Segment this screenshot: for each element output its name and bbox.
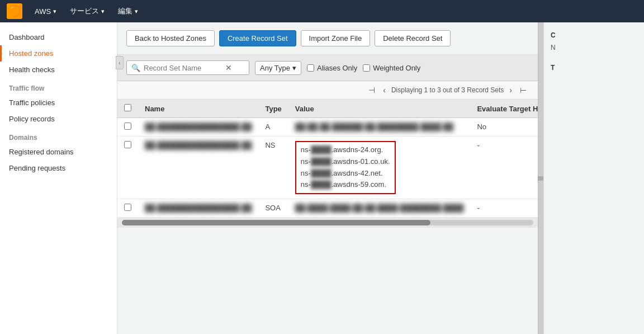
right-panel: C N T [543, 22, 644, 334]
row-value-cell: ██.██.██.██████.██.████████.████.██ [288, 118, 471, 137]
row-name-cell: ██.████████████████.██ [138, 199, 258, 218]
row-checkbox[interactable] [124, 204, 131, 211]
type-select[interactable]: Any Type ▾ [255, 61, 301, 75]
sidebar-item-dashboard[interactable]: Dashboard [0, 29, 117, 45]
row-checkbox-cell [117, 199, 138, 218]
aliases-only-checkbox[interactable]: Aliases Only [307, 64, 357, 72]
ns-value-2: ns-████.awsdns-01.co.uk. [301, 156, 390, 168]
col-header-evaluate-health: Evaluate Target Health [470, 100, 538, 118]
select-all-checkbox[interactable] [124, 104, 131, 111]
chevron-down-icon: ▾ [292, 64, 296, 72]
pagination-bar: ⊣ ‹ Displaying 1 to 3 out of 3 Record Se… [117, 81, 538, 100]
sidebar-item-traffic-policies[interactable]: Traffic policies [0, 95, 117, 111]
sidebar-item-hosted-zones[interactable]: Hosted zones [0, 45, 117, 62]
sidebar-item-health-checks[interactable]: Health checks [0, 62, 117, 78]
nav-services[interactable]: サービス ▾ [64, 4, 110, 18]
row-checkbox-cell [117, 137, 138, 199]
row-ns-value-cell: ns-████.awsdns-24.org. ns-████.awsdns-01… [288, 137, 471, 199]
chevron-down-icon: ▾ [53, 8, 56, 15]
row-value: ██.████.████.██.██.████.████████.████ [295, 204, 464, 212]
row-evaluate-health-cell: - [470, 137, 538, 199]
row-type-cell: SOA [258, 199, 288, 218]
row-checkbox-cell [117, 118, 138, 137]
content-area: Back to Hosted Zones Create Record Set I… [117, 22, 538, 334]
sidebar-collapse-button[interactable]: ‹ [116, 56, 124, 69]
row-name-value: ██.████████████████.██ [145, 204, 252, 212]
col-header-value: Value [288, 100, 471, 118]
delete-record-set-button[interactable]: Delete Record Set [375, 30, 451, 46]
create-record-set-button[interactable]: Create Record Set [219, 30, 296, 46]
right-panel-container: ||| C N T [538, 22, 644, 334]
prev-page-button[interactable]: ‹ [381, 84, 388, 96]
sidebar-item-policy-records[interactable]: Policy records [0, 111, 117, 127]
search-input[interactable] [144, 64, 222, 72]
search-icon: 🔍 [131, 64, 140, 72]
row-checkbox[interactable] [124, 123, 131, 130]
record-table: Name Type Value Evaluate Target Health H… [117, 100, 538, 218]
table-row: ██.████████████████.██ SOA ██.████.████.… [117, 199, 538, 218]
row-value: ██.██.██.██████.██.████████.████.██ [295, 123, 453, 131]
right-panel-section-1: C N [551, 31, 637, 53]
weighted-only-input[interactable] [363, 64, 370, 72]
col-header-name: Name [138, 100, 258, 118]
ns-value-1: ns-████.awsdns-24.org. [301, 144, 390, 156]
sidebar-item-registered-domains[interactable]: Registered domains [0, 144, 117, 160]
ns-value-3: ns-████.awsdns-42.net. [301, 168, 390, 180]
clear-search-icon[interactable]: ✕ [225, 63, 232, 72]
pagination-info: Displaying 1 to 3 out of 3 Record Sets [391, 86, 504, 94]
right-panel-section-2: T [551, 64, 637, 72]
horizontal-scrollbar[interactable] [117, 218, 538, 228]
right-panel-title-2: T [551, 64, 637, 72]
table-row: ██.████████████████.██ A ██.██.██.██████… [117, 118, 538, 137]
scrollbar-track [122, 220, 533, 225]
ns-value-box: ns-████.awsdns-24.org. ns-████.awsdns-01… [295, 141, 396, 194]
aliases-only-input[interactable] [307, 64, 314, 72]
col-header-checkbox [117, 100, 138, 118]
row-name-value: ██.████████████████.██ [145, 141, 252, 149]
sidebar-item-pending-requests[interactable]: Pending requests [0, 160, 117, 176]
chevron-down-icon: ▾ [101, 8, 105, 15]
first-page-button[interactable]: ⊣ [366, 84, 377, 96]
nav-edit[interactable]: 編集 ▾ [112, 4, 144, 18]
top-nav: 🟠 AWS ▾ サービス ▾ 編集 ▾ [0, 0, 644, 22]
nav-aws[interactable]: AWS ▾ [29, 5, 62, 18]
right-panel-title-1: C [551, 31, 637, 39]
scrollbar-thumb[interactable] [122, 220, 430, 225]
col-header-type: Type [258, 100, 288, 118]
row-type-cell: NS [258, 137, 288, 199]
main-layout: ‹ Dashboard Hosted zones Health checks T… [0, 22, 644, 334]
row-name-cell: ██.████████████████.██ [138, 118, 258, 137]
row-evaluate-health-cell: No [470, 118, 538, 137]
row-name-value: ██.████████████████.██ [145, 123, 252, 131]
sidebar-section-domains: Domains [0, 127, 117, 144]
row-value-cell: ██.████.████.██.██.████.████████.████ [288, 199, 471, 218]
right-panel-content-1: N [551, 43, 637, 53]
weighted-only-checkbox[interactable]: Weighted Only [363, 64, 420, 72]
row-evaluate-health-cell: - [470, 199, 538, 218]
table-row: ██.████████████████.██ NS ns-████.awsdns… [117, 137, 538, 199]
right-panel-toggle[interactable]: ||| [538, 22, 543, 334]
filter-bar: 🔍 ✕ Any Type ▾ Aliases Only Weighted Onl… [117, 55, 538, 81]
last-page-button[interactable]: ⊢ [518, 84, 529, 96]
next-page-button[interactable]: › [507, 84, 514, 96]
row-name-cell: ██.████████████████.██ [138, 137, 258, 199]
chevron-down-icon: ▾ [135, 8, 138, 15]
sidebar: ‹ Dashboard Hosted zones Health checks T… [0, 22, 117, 334]
row-checkbox[interactable] [124, 141, 131, 148]
aws-logo: 🟠 [7, 3, 22, 19]
sidebar-section-traffic-flow: Traffic flow [0, 78, 117, 95]
import-zone-file-button[interactable]: Import Zone File [301, 30, 371, 46]
back-to-hosted-zones-button[interactable]: Back to Hosted Zones [126, 30, 215, 46]
table-wrapper: Name Type Value Evaluate Target Health H… [117, 100, 538, 334]
ns-value-4: ns-████.awsdns-59.com. [301, 179, 390, 191]
toolbar: Back to Hosted Zones Create Record Set I… [117, 22, 538, 55]
row-type-cell: A [258, 118, 288, 137]
search-box: 🔍 ✕ [126, 60, 249, 75]
